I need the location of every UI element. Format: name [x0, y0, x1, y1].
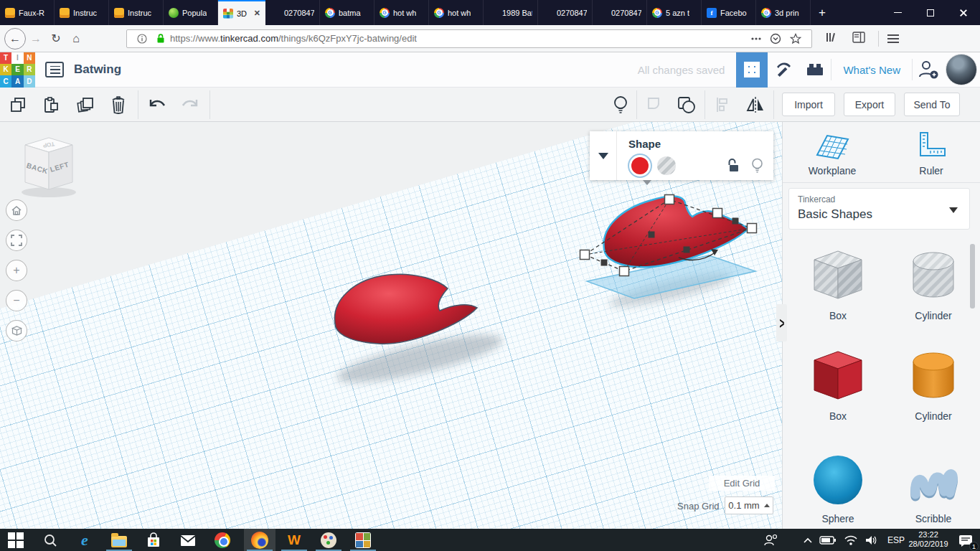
browser-tab[interactable]: 027084740 [265, 0, 320, 25]
new-tab-button[interactable]: + [811, 0, 834, 25]
shape-batwing-selected[interactable] [580, 195, 757, 314]
shape-cylinder-transparent[interactable]: Cylinder [890, 245, 976, 321]
home-button[interactable]: ⌂ [66, 29, 86, 49]
snap-grid-dropdown[interactable]: 0.1 mm [725, 496, 773, 514]
back-button[interactable]: ← [4, 28, 26, 50]
ungroup-button[interactable] [676, 95, 697, 115]
wifi-status[interactable] [842, 532, 859, 549]
taskbar-search-button[interactable] [42, 532, 59, 549]
volume-status[interactable] [863, 532, 880, 549]
show-all-button[interactable] [610, 95, 631, 115]
https-lock-icon[interactable] [156, 33, 166, 44]
menu-hamburger-icon[interactable] [887, 34, 899, 43]
shape-category-dropdown[interactable]: Tinkercad Basic Shapes [788, 188, 970, 230]
window-close-button[interactable] [947, 0, 980, 25]
library-icon[interactable] [825, 31, 838, 47]
tray-expand-button[interactable] [799, 532, 816, 549]
ruler-tool[interactable]: Ruler [882, 131, 980, 184]
taskbar-store-button[interactable] [145, 532, 162, 549]
whats-new-link[interactable]: What's New [831, 64, 912, 76]
taskbar-mail-button[interactable] [179, 532, 197, 549]
url-bar[interactable]: https://www.tinkercad.com/things/k6QzFpx… [126, 29, 812, 48]
user-avatar[interactable] [946, 54, 977, 85]
browser-tab[interactable]: Facebo [702, 0, 756, 25]
shape-box-transparent[interactable]: Box [795, 245, 881, 321]
hide-lightbulb-icon[interactable] [751, 158, 763, 174]
window-minimize-button[interactable] [881, 0, 914, 25]
taskbar-paint-button[interactable] [320, 532, 337, 549]
unlock-icon[interactable] [727, 158, 740, 174]
taskbar-explorer-button[interactable] [110, 532, 128, 549]
browser-tab[interactable]: Faux-R [0, 0, 55, 25]
duplicate-button[interactable] [75, 95, 96, 115]
browser-tab[interactable]: Instruc [109, 0, 164, 25]
design-title[interactable]: Batwing [74, 62, 121, 77]
invite-user-button[interactable] [913, 52, 944, 88]
browser-tab[interactable]: Instruc [55, 0, 109, 25]
bookmark-star-icon[interactable] [790, 33, 801, 44]
redo-button[interactable] [179, 95, 201, 115]
battery-status[interactable] [819, 532, 837, 549]
zoom-in-button[interactable]: + [6, 260, 27, 281]
browser-tab-active[interactable]: 3D ✕ [218, 0, 265, 25]
action-center-button[interactable]: 1 [957, 532, 974, 549]
shape-sphere[interactable]: Sphere [795, 448, 881, 524]
start-button[interactable] [7, 532, 24, 549]
reload-button[interactable]: ↻ [46, 29, 66, 49]
browser-tab[interactable]: 3d prin [756, 0, 811, 25]
browser-tab[interactable]: 1989 Batm [484, 0, 538, 25]
taskbar-clock[interactable]: 23:22 28/02/2019 [905, 530, 951, 549]
taskbar-photos-button[interactable] [354, 532, 372, 549]
fit-view-button[interactable] [6, 230, 27, 251]
window-maximize-button[interactable] [914, 0, 947, 25]
3d-viewport[interactable]: BACK LEFT TOP + − [0, 122, 782, 529]
sidebar-scrollbar[interactable] [970, 244, 975, 309]
language-indicator[interactable]: ESP [887, 529, 905, 551]
import-button[interactable]: Import [782, 93, 835, 116]
browser-tab[interactable]: hot wh [374, 0, 429, 25]
browser-tab[interactable]: 5 azn t [647, 0, 702, 25]
undo-button[interactable] [146, 95, 168, 115]
workplane-tool[interactable]: Workplane [783, 131, 882, 184]
people-button[interactable] [763, 532, 780, 549]
page-actions-icon[interactable] [751, 37, 761, 40]
design-menu-icon[interactable] [45, 62, 64, 77]
browser-tab[interactable]: Popula [164, 0, 218, 25]
pocket-icon[interactable] [770, 33, 781, 44]
browser-tab[interactable]: 027084740 [538, 0, 593, 25]
color-swatch-transparent[interactable] [657, 156, 676, 175]
send-to-button[interactable]: Send To [904, 93, 960, 116]
browser-tab[interactable]: batma [320, 0, 374, 25]
export-button[interactable]: Export [844, 93, 895, 116]
shape-cylinder-solid[interactable]: Cylinder [890, 346, 976, 422]
color-swatch-solid[interactable] [631, 157, 649, 174]
browser-tab[interactable]: hot wh [429, 0, 484, 25]
taskbar-wps-button[interactable]: W [286, 532, 303, 549]
sidebar-collapse-handle[interactable]: > [776, 304, 787, 342]
zoom-out-button[interactable]: − [6, 290, 27, 311]
mirror-button[interactable] [745, 95, 766, 115]
group-button[interactable] [644, 95, 666, 115]
browser-tab[interactable]: 027084740 [593, 0, 647, 25]
align-button[interactable] [712, 95, 733, 115]
workplane-toggle-button[interactable] [6, 320, 27, 342]
shape-batwing-unselected[interactable] [334, 274, 506, 392]
taskbar-chrome-button[interactable] [214, 532, 231, 549]
blocks-view-button[interactable] [736, 52, 768, 88]
lego-export-button[interactable] [799, 52, 831, 88]
site-info-icon[interactable] [137, 34, 147, 44]
paste-button[interactable] [40, 95, 62, 115]
delete-button[interactable] [108, 95, 129, 115]
taskbar-firefox-button[interactable] [251, 532, 268, 549]
minecraft-export-button[interactable] [768, 52, 799, 88]
taskbar-edge-button[interactable]: e [76, 532, 93, 549]
view-cube[interactable]: BACK LEFT TOP [3, 128, 89, 208]
view-home-button[interactable] [6, 199, 27, 221]
shape-scribble[interactable]: Scribble [890, 448, 976, 524]
shape-box-solid[interactable]: Box [795, 346, 881, 422]
forward-button[interactable]: → [26, 29, 46, 49]
panel-collapse-button[interactable] [590, 131, 617, 180]
copy-button[interactable] [7, 95, 29, 115]
tab-close-icon[interactable]: ✕ [254, 9, 260, 18]
edit-grid-button[interactable]: Edit Grid [709, 476, 775, 491]
